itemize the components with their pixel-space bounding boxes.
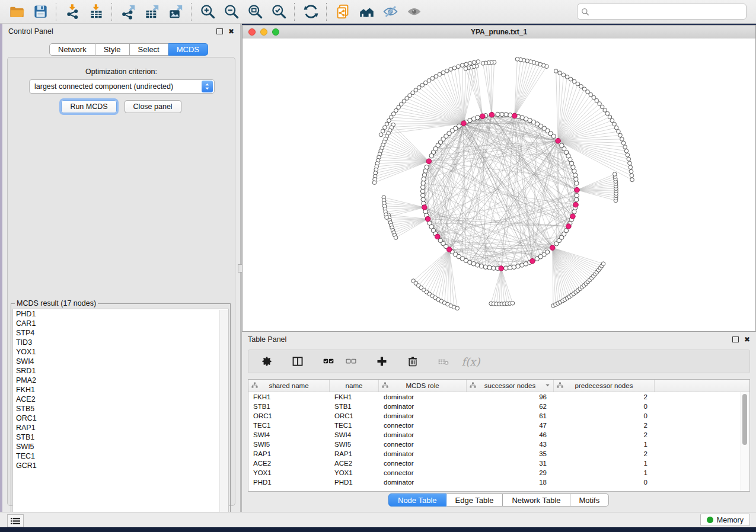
result-node-item[interactable]: STP4 — [13, 328, 228, 338]
result-node-item[interactable]: YOX1 — [13, 347, 228, 357]
show-panels-button[interactable] — [7, 514, 24, 527]
export-table-button[interactable] — [140, 2, 164, 22]
mcds-hub-node[interactable] — [566, 224, 572, 229]
leaf-node[interactable] — [476, 60, 480, 64]
network-node[interactable] — [421, 185, 425, 189]
tab-mcds[interactable]: MCDS — [168, 43, 208, 56]
mcds-hub-node[interactable] — [512, 113, 518, 118]
split-view-button[interactable] — [286, 352, 309, 371]
deselect-all-button[interactable] — [340, 352, 362, 371]
select-all-button[interactable] — [317, 352, 340, 371]
column-header-name[interactable]: name — [330, 380, 379, 392]
leaf-node[interactable] — [464, 62, 468, 66]
network-node[interactable] — [545, 250, 549, 254]
mcds-hub-node[interactable] — [461, 121, 467, 126]
leaf-node[interactable] — [441, 70, 445, 75]
column-header-MCDS-role[interactable]: MCDS role — [379, 380, 467, 392]
result-node-item[interactable]: RAP1 — [13, 423, 228, 432]
network-node[interactable] — [504, 113, 508, 117]
leaf-node[interactable] — [460, 63, 464, 68]
result-node-item[interactable]: SWI4 — [13, 357, 228, 366]
leaf-node[interactable] — [576, 82, 580, 86]
mcds-hub-node[interactable] — [422, 205, 428, 210]
mcds-hub-node[interactable] — [575, 187, 580, 193]
zoom-out-button[interactable] — [219, 2, 243, 22]
leaf-node[interactable] — [608, 115, 612, 119]
network-node[interactable] — [496, 112, 500, 116]
network-node[interactable] — [483, 265, 487, 269]
table-row[interactable]: ORC1ORC1dominator610 — [248, 411, 749, 421]
memory-button[interactable]: Memory — [700, 514, 750, 526]
table-row[interactable]: STB1STB1dominator620 — [248, 402, 749, 411]
import-table-button[interactable] — [84, 2, 108, 22]
leaf-node[interactable] — [430, 76, 435, 81]
table-row[interactable]: FKH1FKH1dominator962 — [248, 392, 749, 402]
network-node[interactable] — [487, 265, 492, 270]
mcds-hub-node[interactable] — [570, 214, 576, 219]
network-canvas[interactable] — [243, 39, 755, 331]
leaf-node[interactable] — [457, 65, 461, 69]
result-node-item[interactable]: PHD1 — [13, 309, 228, 319]
leaf-node[interactable] — [628, 161, 632, 165]
leaf-node[interactable] — [569, 77, 573, 81]
network-node[interactable] — [573, 173, 577, 177]
leaf-node[interactable] — [598, 102, 602, 106]
export-image-button[interactable] — [164, 2, 187, 22]
leaf-node[interactable] — [630, 178, 634, 182]
mcds-hub-node[interactable] — [480, 114, 486, 119]
table-row[interactable]: RAP1RAP1dominator352 — [248, 449, 749, 459]
leaf-node[interactable] — [595, 98, 599, 102]
leaf-node[interactable] — [472, 60, 476, 65]
go-home-button[interactable] — [355, 2, 378, 22]
table-row[interactable]: SWI4SWI4dominator462 — [248, 430, 749, 440]
table-row[interactable]: TEC1TEC1connector472 — [248, 421, 749, 430]
leaf-node[interactable] — [385, 122, 389, 126]
tab-network[interactable]: Network — [49, 43, 95, 56]
network-node[interactable] — [423, 169, 428, 173]
leaf-node[interactable] — [515, 57, 519, 62]
mcds-hub-node[interactable] — [435, 234, 441, 239]
leaf-node[interactable] — [592, 95, 596, 100]
leaf-node[interactable] — [627, 157, 631, 161]
leaf-node[interactable] — [449, 68, 453, 72]
network-node[interactable] — [575, 181, 579, 185]
network-node[interactable] — [572, 210, 576, 214]
leaf-node[interactable] — [613, 122, 617, 126]
clone-network-button[interactable] — [331, 2, 355, 22]
leaf-node[interactable] — [511, 302, 515, 306]
network-window-titlebar[interactable]: YPA_prune.txt_1 — [243, 25, 755, 39]
network-node[interactable] — [575, 197, 579, 201]
leaf-node[interactable] — [565, 75, 569, 79]
network-node[interactable] — [421, 181, 425, 185]
scrollbar-thumb[interactable] — [742, 394, 747, 445]
leaf-node[interactable] — [379, 133, 383, 137]
network-node[interactable] — [560, 143, 564, 148]
result-node-item[interactable]: SWI5 — [13, 442, 228, 451]
tab-style[interactable]: Style — [95, 43, 130, 56]
zoom-fit-button[interactable] — [243, 2, 267, 22]
column-header-predecessor-nodes[interactable]: predecessor nodes — [554, 380, 655, 392]
leaf-node[interactable] — [445, 69, 449, 73]
table-row[interactable]: ACE2ACE2connector311 — [248, 459, 749, 468]
network-node[interactable] — [500, 112, 504, 116]
leaf-node[interactable] — [600, 105, 604, 109]
result-list-scrollbar[interactable] — [219, 310, 228, 517]
mcds-hub-node[interactable] — [499, 266, 504, 271]
float-panel-icon[interactable] — [216, 28, 223, 34]
network-node[interactable] — [429, 153, 433, 158]
leaf-node[interactable] — [605, 111, 610, 116]
mcds-hub-node[interactable] — [530, 259, 535, 264]
network-node[interactable] — [504, 266, 508, 270]
mcds-hub-node[interactable] — [556, 138, 561, 143]
network-node[interactable] — [508, 265, 512, 270]
network-node[interactable] — [575, 193, 579, 197]
close-panel-icon[interactable]: ✖ — [228, 28, 234, 35]
add-column-button[interactable] — [371, 352, 393, 371]
show-all-button[interactable] — [402, 2, 426, 22]
search-input[interactable] — [589, 7, 742, 17]
leaf-node[interactable] — [629, 169, 633, 174]
leaf-node[interactable] — [438, 72, 442, 76]
leaf-node[interactable] — [620, 137, 624, 142]
tab-select[interactable]: Select — [130, 43, 168, 56]
leaf-node[interactable] — [623, 145, 627, 149]
